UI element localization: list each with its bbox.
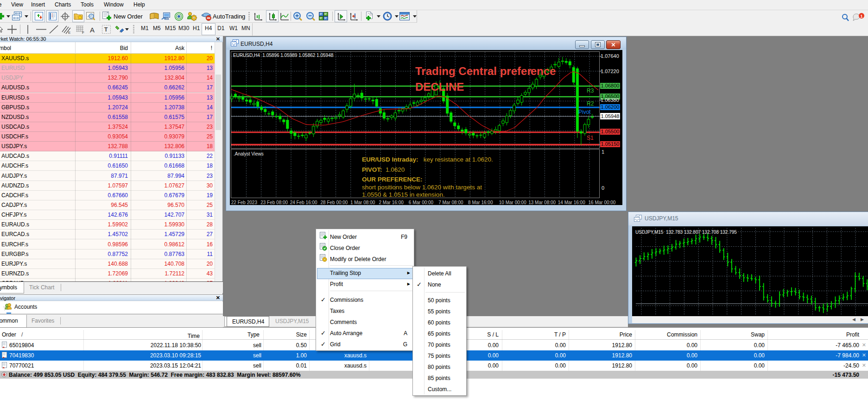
svg-text:16 Mar 00:00: 16 Mar 00:00 [589,200,616,205]
svg-text:24 Feb 16:00: 24 Feb 16:00 [290,200,317,205]
svg-text:E: E [68,31,70,34]
svg-text:28 Feb 00:00: 28 Feb 00:00 [321,200,348,205]
svg-text:F: F [82,31,84,34]
svg-text:1 Mar 08:00: 1 Mar 08:00 [350,200,375,205]
svg-text:14 Mar 16:00: 14 Mar 16:00 [558,200,585,205]
svg-text:7 Mar 08:00: 7 Mar 08:00 [438,200,463,205]
svg-text:23 Feb 08:00: 23 Feb 08:00 [260,200,288,205]
svg-text:T: T [104,26,108,33]
svg-text:13 Mar 08:00: 13 Mar 08:00 [528,200,556,205]
svg-text:22 Feb 2023: 22 Feb 2023 [231,200,258,205]
svg-text:8 Mar 16:00: 8 Mar 16:00 [468,200,493,205]
svg-text:1: 1 [860,14,862,19]
svg-text:2 Mar 16:00: 2 Mar 16:00 [379,200,404,205]
svg-text:10 Mar 00:00: 10 Mar 00:00 [499,200,526,205]
svg-text:6 Mar 00:00: 6 Mar 00:00 [409,200,434,205]
